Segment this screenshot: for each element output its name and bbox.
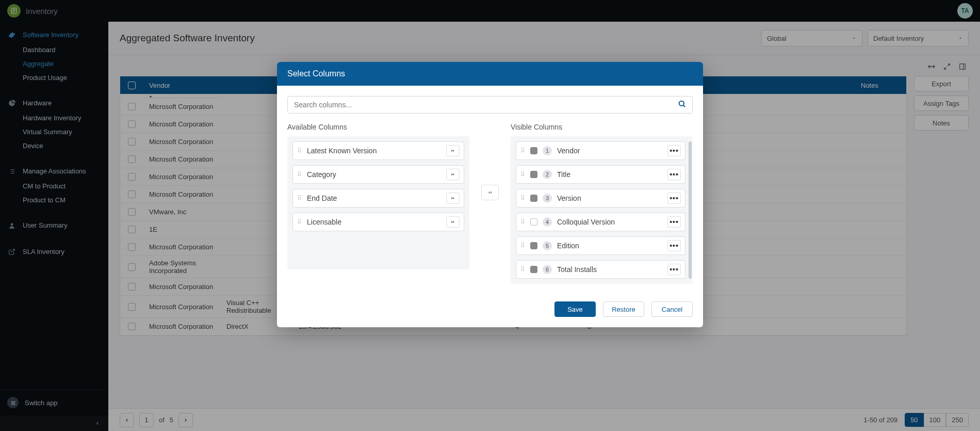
cancel-button[interactable]: Cancel — [651, 301, 693, 317]
column-name: Latest Known Version — [307, 147, 377, 155]
column-visible-checkbox[interactable] — [530, 266, 537, 273]
column-options-button[interactable]: ••• — [667, 216, 681, 228]
modal-overlay: Select Columns Available Columns ⠿ Lates… — [0, 0, 980, 431]
column-order-badge: 2 — [543, 170, 552, 179]
column-options-button[interactable]: ••• — [667, 169, 681, 180]
column-visible-checkbox[interactable] — [530, 147, 537, 154]
column-order-badge: 4 — [543, 217, 552, 227]
search-icon — [678, 100, 686, 110]
restore-button[interactable]: Restore — [603, 301, 644, 317]
column-name: Licensable — [307, 218, 341, 226]
available-columns-panel: Available Columns ⠿ Latest Known Version… — [287, 123, 469, 269]
available-columns-label: Available Columns — [287, 123, 469, 131]
visible-column-item[interactable]: ⠿ 3 Version ••• — [516, 189, 685, 207]
drag-handle-icon[interactable]: ⠿ — [520, 242, 525, 249]
visible-column-item[interactable]: ⠿ 4 Colloquial Version ••• — [516, 213, 685, 231]
column-visible-checkbox[interactable] — [530, 218, 537, 226]
available-column-item[interactable]: ⠿ Latest Known Version — [292, 141, 464, 160]
move-right-button[interactable] — [446, 145, 460, 156]
column-name: End Date — [307, 194, 337, 202]
visible-column-item[interactable]: ⠿ 1 Vendor ••• — [516, 141, 685, 160]
column-options-button[interactable]: ••• — [667, 193, 681, 204]
move-right-button[interactable] — [446, 216, 460, 228]
drag-handle-icon[interactable]: ⠿ — [297, 218, 302, 226]
column-order-badge: 5 — [543, 241, 552, 250]
svg-point-3 — [679, 101, 684, 106]
drag-handle-icon[interactable]: ⠿ — [297, 171, 302, 178]
visible-column-item[interactable]: ⠿ 5 Edition ••• — [516, 236, 685, 255]
modal-title: Select Columns — [277, 62, 703, 86]
drag-handle-icon[interactable]: ⠿ — [520, 195, 525, 202]
column-visible-checkbox[interactable] — [530, 242, 537, 249]
column-search-input[interactable] — [294, 101, 673, 109]
column-name: Colloquial Version — [557, 218, 615, 226]
column-name: Edition — [557, 242, 579, 250]
column-order-badge: 1 — [543, 146, 552, 155]
column-visible-checkbox[interactable] — [530, 171, 537, 178]
available-column-item[interactable]: ⠿ Licensable — [292, 213, 464, 231]
drag-handle-icon[interactable]: ⠿ — [520, 147, 525, 154]
visible-column-item[interactable]: ⠿ 2 Title ••• — [516, 165, 685, 184]
visible-columns-panel: Visible Columns ⠿ 1 Vendor ••• ⠿ 2 Title… — [511, 123, 693, 284]
available-column-item[interactable]: ⠿ Category — [292, 165, 464, 184]
drag-handle-icon[interactable]: ⠿ — [297, 147, 302, 154]
move-right-button[interactable] — [446, 193, 460, 204]
visible-columns-scrollbar[interactable] — [689, 141, 692, 279]
available-column-item[interactable]: ⠿ End Date — [292, 189, 464, 207]
column-name: Category — [307, 170, 336, 179]
drag-handle-icon[interactable]: ⠿ — [520, 171, 525, 178]
column-order-badge: 3 — [543, 194, 552, 203]
drag-handle-icon[interactable]: ⠿ — [297, 195, 302, 202]
column-search[interactable] — [287, 96, 693, 114]
column-options-button[interactable]: ••• — [667, 240, 681, 251]
column-name: Version — [557, 194, 581, 202]
visible-column-item[interactable]: ⠿ 6 Total Installs ••• — [516, 260, 685, 279]
column-options-button[interactable]: ••• — [667, 264, 681, 275]
select-columns-modal: Select Columns Available Columns ⠿ Lates… — [277, 62, 703, 327]
column-name: Total Installs — [557, 265, 597, 274]
column-name: Vendor — [557, 147, 580, 155]
move-right-button[interactable] — [446, 169, 460, 180]
column-options-button[interactable]: ••• — [667, 145, 681, 156]
move-all-left-button[interactable] — [481, 185, 499, 200]
save-button[interactable]: Save — [554, 301, 596, 317]
column-name: Title — [557, 170, 570, 179]
column-order-badge: 6 — [543, 265, 552, 274]
drag-handle-icon[interactable]: ⠿ — [520, 266, 525, 273]
drag-handle-icon[interactable]: ⠿ — [520, 218, 525, 226]
visible-columns-label: Visible Columns — [511, 123, 693, 131]
column-visible-checkbox[interactable] — [530, 195, 537, 202]
